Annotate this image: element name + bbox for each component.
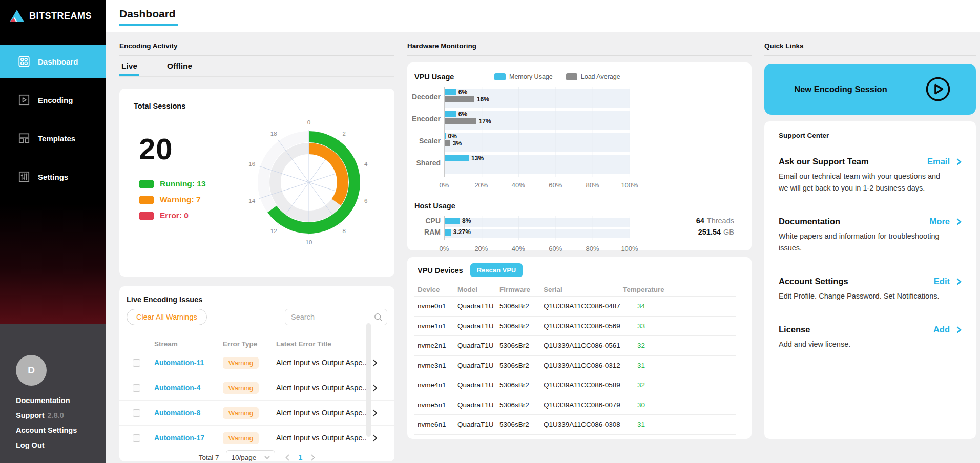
memory-bar bbox=[445, 89, 456, 95]
category-label: Shared bbox=[414, 153, 444, 173]
live-encoding-issues-card: Live Encoding Issues Clear All Warnings … bbox=[119, 286, 394, 461]
sidebar-item-templates[interactable]: Templates bbox=[0, 122, 106, 155]
device-row: nvme3n1QuadraT1U5306sBr2Q1U339A11CC086-0… bbox=[414, 356, 736, 376]
device-firmware: 5306sBr2 bbox=[499, 381, 544, 389]
device-row: nvme6n1QuadraT1U5306sBr2Q1U339A11CC086-0… bbox=[414, 415, 736, 435]
host-bar-value: 8% bbox=[462, 217, 471, 224]
category-label: Decoder bbox=[414, 87, 444, 107]
stream-link[interactable]: Automation-8 bbox=[154, 409, 223, 417]
search-input[interactable] bbox=[285, 309, 387, 325]
device-device: nvme4n1 bbox=[418, 381, 457, 389]
issue-title: Alert Input vs Output Aspe... bbox=[276, 434, 366, 442]
sidebar-item-encoding[interactable]: Encoding bbox=[0, 83, 106, 116]
host-bar-value: 3.27% bbox=[453, 228, 471, 236]
tab-offline[interactable]: Offline bbox=[165, 56, 194, 76]
load-bar bbox=[445, 96, 474, 102]
row-chevron-icon[interactable] bbox=[372, 384, 378, 392]
devices-table-header: Device Model Firmware Serial Temperature bbox=[414, 283, 736, 297]
memory-bar-value: 0% bbox=[448, 133, 457, 140]
row-chevron-icon[interactable] bbox=[372, 359, 378, 367]
avatar[interactable]: D bbox=[16, 355, 47, 386]
sidebar-item-label: Encoding bbox=[38, 96, 73, 104]
warning-badge: Warning bbox=[223, 432, 259, 444]
host-annotation: 251.54GB bbox=[630, 227, 736, 237]
support-item-action[interactable]: More bbox=[930, 217, 962, 226]
load-bar bbox=[445, 118, 476, 124]
main-area: Dashboard Encoding Activity Live Offline… bbox=[106, 0, 980, 463]
row-chevron-icon[interactable] bbox=[372, 434, 378, 442]
support-item-action[interactable]: Edit bbox=[934, 277, 962, 286]
brand-name: BITSTREAMS bbox=[29, 11, 92, 22]
sidebar-footer: D Documentation Support2.8.0 Account Set… bbox=[0, 324, 106, 463]
memory-bar-line: 6% bbox=[445, 111, 630, 117]
load-average-swatch bbox=[566, 73, 577, 80]
legend-swatch bbox=[139, 212, 154, 220]
device-serial: Q1U339A11CC086-0569 bbox=[544, 322, 623, 330]
host-usage-chart: CPURAM 8%3.27% 64Threads251.54GB bbox=[414, 216, 736, 240]
next-page-button[interactable] bbox=[311, 454, 315, 461]
row-checkbox[interactable] bbox=[133, 409, 140, 417]
host-bar-line: 3.27% bbox=[445, 229, 630, 236]
sidebar-link-support[interactable]: Support2.8.0 bbox=[16, 411, 106, 420]
clear-all-warnings-button[interactable]: Clear All Warnings bbox=[127, 309, 207, 325]
total-sessions-title: Total Sessions bbox=[134, 102, 380, 110]
memory-bar-line: 13% bbox=[445, 155, 630, 161]
x-tick-label: 80% bbox=[586, 181, 599, 189]
support-center-card: Support Center Ask our Support TeamEmail… bbox=[764, 121, 976, 439]
device-serial: Q1U339A11CC086-0589 bbox=[544, 381, 623, 389]
x-tick-label: 60% bbox=[549, 181, 562, 189]
x-tick-label: 40% bbox=[512, 181, 525, 189]
category-label: Scaler bbox=[414, 131, 444, 151]
chevron-right-icon bbox=[956, 158, 962, 165]
memory-bar bbox=[445, 111, 456, 117]
device-device: nvme0n1 bbox=[418, 302, 457, 310]
layout-icon bbox=[17, 132, 31, 145]
host-usage-x-axis: 0%20%40%60%80%100% bbox=[444, 245, 630, 253]
row-checkbox[interactable] bbox=[133, 434, 140, 442]
new-encoding-session-button[interactable]: New Encoding Session bbox=[764, 64, 976, 115]
app-root: BITSTREAMS DashboardEncodingTemplatesSet… bbox=[0, 0, 980, 463]
content: Encoding Activity Live Offline Total Ses… bbox=[106, 32, 980, 463]
support-item: Ask our Support TeamEmailEmail our techn… bbox=[779, 157, 962, 194]
device-model: QuadraT1U bbox=[457, 381, 499, 389]
sidebar-link-log-out[interactable]: Log Out bbox=[16, 440, 106, 450]
prev-page-button[interactable] bbox=[285, 454, 289, 461]
issues-table-row: Automation-11WarningAlert Input vs Outpu… bbox=[119, 350, 394, 375]
sidebar-item-dashboard[interactable]: Dashboard bbox=[0, 45, 106, 78]
support-item-action[interactable]: Add bbox=[933, 325, 962, 334]
legend-label: Error: 0 bbox=[160, 211, 189, 220]
support-action-label: Edit bbox=[934, 277, 950, 286]
hardware-monitoring-header: Hardware Monitoring bbox=[407, 32, 752, 56]
table-scrollbar[interactable] bbox=[366, 323, 371, 437]
stream-link[interactable]: Automation-17 bbox=[154, 434, 223, 442]
support-item-action[interactable]: Email bbox=[927, 157, 962, 166]
category-label: RAM bbox=[414, 227, 444, 237]
issues-table-header: Stream Error Type Latest Error Title bbox=[119, 338, 394, 350]
tab-live[interactable]: Live bbox=[119, 56, 139, 76]
row-checkbox[interactable] bbox=[133, 384, 140, 392]
row-checkbox[interactable] bbox=[133, 359, 140, 367]
stream-link[interactable]: Automation-4 bbox=[154, 384, 223, 392]
device-temperature: 31 bbox=[623, 420, 736, 428]
svg-text:2: 2 bbox=[343, 131, 346, 137]
memory-bar-value: 6% bbox=[458, 111, 467, 118]
row-chevron-icon[interactable] bbox=[372, 409, 378, 417]
sidebar-footer-links: Documentation Support2.8.0 Account Setti… bbox=[16, 396, 106, 450]
x-tick-label: 100% bbox=[621, 181, 638, 189]
sidebar-item-settings[interactable]: Settings bbox=[0, 160, 106, 193]
support-action-label: Email bbox=[927, 157, 950, 166]
sidebar-link-documentation[interactable]: Documentation bbox=[16, 396, 106, 406]
memory-bar-value: 6% bbox=[458, 89, 467, 96]
page-size-select[interactable]: 10/page bbox=[226, 450, 275, 462]
rescan-vpu-button[interactable]: Rescan VPU bbox=[470, 263, 523, 277]
device-temperature: 31 bbox=[623, 362, 736, 369]
stream-link[interactable]: Automation-11 bbox=[154, 359, 223, 367]
grid-icon bbox=[17, 55, 31, 68]
encoding-activity-header: Encoding Activity bbox=[119, 32, 394, 56]
legend-label: Running: 13 bbox=[160, 179, 206, 188]
support-item-description: White papers and information for trouble… bbox=[779, 230, 948, 254]
memory-bar bbox=[445, 155, 469, 161]
support-item: Account SettingsEditEdit Profile. Change… bbox=[779, 277, 962, 302]
page-number[interactable]: 1 bbox=[298, 453, 302, 461]
sidebar-link-account-settings[interactable]: Account Settings bbox=[16, 426, 106, 435]
